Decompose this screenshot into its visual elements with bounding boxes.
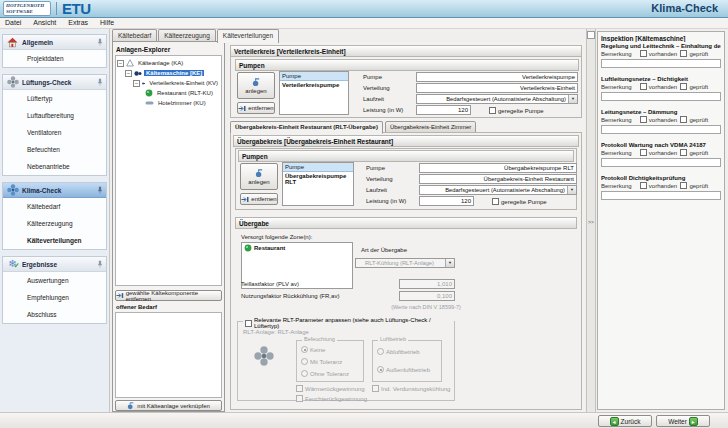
checked-checkbox[interactable] — [680, 116, 687, 123]
present-label: vorhanden — [649, 84, 677, 90]
pump-label: Pumpe — [363, 74, 382, 80]
radio-abluftbetrieb[interactable] — [377, 348, 384, 355]
pump-remove-button[interactable]: entfernen — [237, 102, 275, 114]
splitter-expand-label[interactable]: >> — [587, 219, 595, 225]
checked-checkbox[interactable] — [680, 149, 687, 156]
tree-label[interactable]: Kälteanlage (KA) — [136, 60, 185, 66]
radio-row-ohne-toleranz: Ohne Toleranz — [301, 370, 349, 377]
back-button[interactable]: ◄ Zurück — [598, 415, 652, 427]
pin-icon[interactable] — [97, 260, 103, 268]
power-field[interactable]: 120 — [419, 196, 474, 206]
inspection-block: Protokoll Dichtigkeitsprüfung Bemerkung … — [601, 175, 721, 200]
sidebar-item-projektdaten[interactable]: Projektdaten — [3, 50, 106, 67]
menu-datei[interactable]: Datei — [0, 18, 26, 28]
pump-list[interactable]: Pumpe Übergabekreispumpe RLT — [282, 162, 354, 206]
klima-fan-icon — [6, 184, 19, 197]
radio-mit-toleranz[interactable] — [301, 358, 308, 365]
open-demand-list[interactable] — [115, 312, 222, 398]
remark-input[interactable] — [601, 92, 721, 101]
splitter-toggle-button[interactable] — [587, 31, 595, 39]
tree-expander-icon[interactable]: − — [117, 60, 124, 67]
sidebar-item-empfehlungen[interactable]: Empfehlungen — [3, 289, 106, 306]
remark-input[interactable] — [601, 158, 721, 167]
present-checkbox[interactable] — [640, 116, 647, 123]
evap-cooling-label: Ind. Verdunstungskühlung — [381, 386, 450, 392]
present-checkbox[interactable] — [640, 182, 647, 189]
sidebar-item-auswertungen[interactable]: Auswertungen — [3, 272, 106, 289]
tree-node-kaeltemaschine[interactable]: − Kältemaschine [KE] — [117, 68, 220, 78]
radio-ohne-toleranz[interactable] — [301, 370, 308, 377]
sidebar-section-title: Ergebnisse — [22, 261, 94, 268]
runtime-dropdown[interactable]: Bedarfsgesteuert (Automatisierte Abschal… — [419, 185, 577, 195]
tree-expander-icon[interactable]: − — [133, 80, 140, 87]
sidebar-item-nebenantriebe[interactable]: Nebenantriebe — [3, 158, 106, 175]
radio-aussenluftbetrieb[interactable] — [377, 366, 384, 373]
sidebar-header-lueftungs-check[interactable]: Lüftungs-Check — [3, 75, 106, 90]
tab-kaelteverteilungen[interactable]: Kälteverteilungen — [217, 29, 279, 43]
pump-name-field[interactable]: Übergabekreispumpe RLT — [419, 163, 577, 173]
sidebar-item-abschluss[interactable]: Abschluss — [3, 306, 106, 323]
sidebar-item-befeuchten[interactable]: Befeuchten — [3, 141, 106, 158]
radio-row-abluft: Abluftbetrieb — [377, 348, 420, 355]
tree-label-selected[interactable]: Kältemaschine [KE] — [144, 70, 204, 76]
heat-recovery-checkbox[interactable] — [296, 385, 303, 392]
checked-checkbox[interactable] — [680, 182, 687, 189]
present-checkbox[interactable] — [640, 149, 647, 156]
link-to-plant-button[interactable]: mit Kälteanlage verknüpfen — [115, 400, 222, 411]
moisture-recovery-checkbox[interactable] — [296, 395, 303, 402]
panel-splitter[interactable]: >> — [586, 29, 596, 412]
menu-ansicht[interactable]: Ansicht — [28, 18, 61, 28]
sidebar-item-lueftertyp[interactable]: Lüftertyp — [3, 90, 106, 107]
tree-label[interactable]: Restaurant (RLT-KU) — [155, 90, 215, 96]
next-button[interactable]: Weiter ► — [656, 415, 710, 427]
sidebar-header-klima-check[interactable]: Klima-Check — [3, 183, 106, 198]
sidebar-item-luftaufbereitung[interactable]: Luftaufbereitung — [3, 107, 106, 124]
controlled-pump-checkbox[interactable] — [492, 198, 499, 205]
checked-checkbox[interactable] — [680, 83, 687, 90]
pump-list[interactable]: Pumpe Verteilerkreispumpe — [279, 71, 349, 115]
menu-hilfe[interactable]: Hilfe — [95, 18, 119, 28]
rlt-params-checkbox[interactable] — [245, 320, 252, 327]
pump-remove-button[interactable]: entfernen — [240, 193, 278, 205]
sidebar-header-allgemein[interactable]: Allgemein — [3, 35, 106, 50]
checked-checkbox[interactable] — [680, 50, 687, 57]
runtime-dropdown[interactable]: Bedarfsgesteuert (Automatisierte Abschal… — [416, 94, 578, 104]
controlled-pump-checkbox[interactable] — [489, 107, 496, 114]
tree-label[interactable]: Verteilerkreis-Einheit (KV) — [147, 80, 220, 86]
power-field[interactable]: 120 — [416, 105, 471, 115]
distribution-label: Verteilung — [363, 85, 390, 91]
tree-expander-icon[interactable]: − — [125, 70, 132, 77]
remark-input[interactable] — [601, 191, 721, 200]
remark-input[interactable] — [601, 59, 721, 68]
present-checkbox[interactable] — [640, 50, 647, 57]
sidebar-item-kaeltebedarf[interactable]: Kältebedarf — [3, 198, 106, 215]
pump-name-field[interactable]: Verteilerkreispumpe — [416, 72, 578, 82]
evap-cooling-checkbox[interactable] — [372, 385, 379, 392]
tree-label[interactable]: Hotelzimmer (KU) — [156, 100, 208, 106]
remark-input[interactable] — [601, 125, 721, 134]
pump-list-item[interactable]: Verteilerkreispumpe — [280, 81, 348, 89]
pump-list-item[interactable]: Übergabekreispumpe RLT — [283, 172, 353, 186]
tree-node-kaelteanlage[interactable]: − Kälteanlage (KA) — [117, 58, 220, 68]
distribution-field[interactable]: Verteilerkreis-Einheit — [416, 83, 578, 93]
pin-icon[interactable] — [97, 186, 103, 194]
tree-node-verteilerkreis-einheit[interactable]: − Verteilerkreis-Einheit (KV) — [117, 78, 220, 88]
tree-node-restaurant[interactable]: Restaurant (RLT-KU) — [117, 88, 220, 98]
menu-extras[interactable]: Extras — [63, 18, 93, 28]
sidebar-item-kaelteerzeugung[interactable]: Kälteerzeugung — [3, 215, 106, 232]
inspection-block: Leitungsnetze – Dämmung Bemerkung vorhan… — [601, 109, 721, 134]
sidebar-item-ventilatoren[interactable]: Ventilatoren — [3, 124, 106, 141]
pump-add-button[interactable]: anlegen — [237, 72, 275, 99]
distribution-field[interactable]: Übergabekreis-Einheit Restaurant — [419, 174, 577, 184]
remove-component-button[interactable]: gewählte Kältekomponente entfernen — [115, 290, 222, 301]
zone-list-item[interactable]: Restaurant — [242, 243, 352, 253]
pin-icon[interactable] — [97, 78, 103, 86]
pin-icon[interactable] — [97, 38, 103, 46]
pump-add-button[interactable]: anlegen — [240, 163, 278, 190]
sidebar-header-ergebnisse[interactable]: ❄✓ Ergebnisse — [3, 257, 106, 272]
present-checkbox[interactable] — [640, 83, 647, 90]
sidebar-item-kaelteverteilungen[interactable]: Kälteverteilungen — [3, 232, 106, 249]
tab-uebergabekreis-restaurant[interactable]: Übergabekreis-Einheit Restaurant (RLT-Üb… — [230, 121, 383, 134]
radio-keine[interactable] — [301, 346, 308, 353]
tree-node-hotelzimmer[interactable]: Hotelzimmer (KU) — [117, 98, 220, 108]
